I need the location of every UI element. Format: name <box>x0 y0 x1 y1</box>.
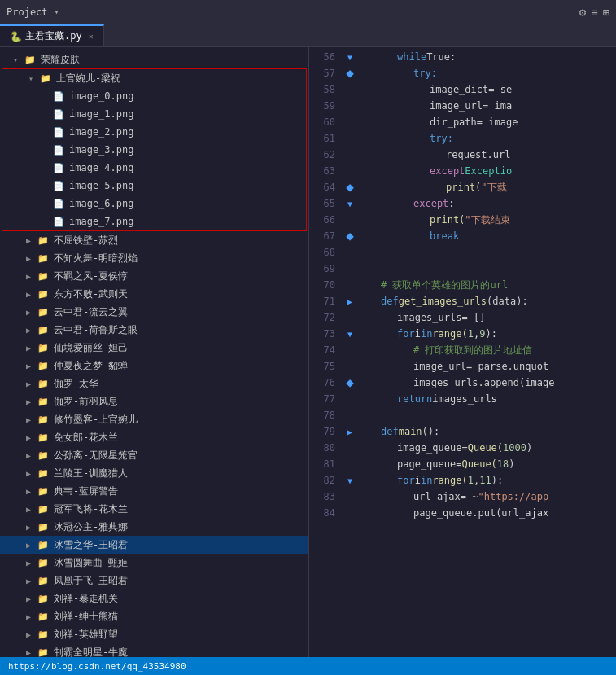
sidebar-item-img1[interactable]: 📄 image_1.png <box>2 105 306 123</box>
status-text: https://blog.csdn.net/qq_43534980 <box>8 661 186 672</box>
sidebar-item-si-yunzhong2[interactable]: ▶ 📁 云中君-荷鲁斯之眼 <box>0 321 308 339</box>
project-sidebar[interactable]: ▾ 📁 荣耀皮肤 ▾ 📁 上官婉儿-梁祝 📄 image_0.png 📄 ima… <box>0 47 309 657</box>
tree-arrow-collapsed: ▶ <box>26 379 37 388</box>
sidebar-item-si-bufeng[interactable]: ▶ 📁 不羁之风-夏侯惇 <box>0 267 308 285</box>
gutter-75 <box>342 358 358 375</box>
code-token: range( <box>432 472 467 489</box>
code-token: True: <box>426 49 456 65</box>
sidebar-folder-label: 公孙离-无限星笼官 <box>54 449 138 462</box>
code-line-64: print("下载 <box>358 179 616 195</box>
settings-icon[interactable]: ⚙ <box>579 6 586 19</box>
folder-icon-c: 📁 <box>37 307 50 318</box>
code-token: try: <box>430 130 453 147</box>
code-line-81: page_queue = Queue(18) <box>358 456 616 472</box>
expand-icon[interactable]: ⊞ <box>603 6 609 19</box>
sidebar-item-si-liubei[interactable]: ▶ 📁 刘禅-英雄野望 <box>0 625 308 643</box>
sidebar-item-shangguanwan[interactable]: ▾ 📁 上官婉儿-梁祝 <box>2 69 306 87</box>
sidebar-item-si-bingxue[interactable]: ▶ 📁 冰雪圆舞曲-甄姬 <box>0 554 308 572</box>
file-icon-2: 📄 <box>53 127 66 138</box>
sidebar-item-si-buqutie[interactable]: ▶ 📁 不屈铁壁-苏烈 <box>0 231 308 249</box>
line-num-58: 58 <box>309 81 335 98</box>
sidebar-item-si-jialuo2[interactable]: ▶ 📁 伽罗-前羽风息 <box>0 392 308 410</box>
code-token: range( <box>432 326 467 342</box>
sidebar-folder-label: 刘禅-绅士熊猫 <box>54 610 118 624</box>
sidebar-item-img6[interactable]: 📄 image_6.png <box>2 195 306 213</box>
code-token: def <box>381 423 399 440</box>
sidebar-item-si-zhiba[interactable]: ▶ 📁 制霸全明星-牛魔 <box>0 643 308 657</box>
sidebar-folder-label: 不屈铁壁-苏烈 <box>54 234 118 248</box>
sidebar-item-si-gongzi[interactable]: ▶ 📁 公孙离-无限星笼官 <box>0 446 308 464</box>
sidebar-item-si-dongfang[interactable]: ▶ 📁 东方不败-武则天 <box>0 285 308 303</box>
code-token: = <box>461 440 467 456</box>
tree-arrow-collapsed: ▶ <box>26 594 37 603</box>
sidebar-item-label-img0: image_0.png <box>69 90 133 102</box>
sidebar-item-si-bingguan[interactable]: ▶ 📁 冰冠公主-雅典娜 <box>0 518 308 536</box>
line-num-62: 62 <box>309 147 335 163</box>
file-icon-4: 📄 <box>53 163 66 173</box>
code-token: i <box>415 326 421 342</box>
sidebar-item-img5[interactable]: 📄 image_5.png <box>2 177 306 195</box>
sidebar-item-si-yunzhong[interactable]: ▶ 📁 云中君-流云之翼 <box>0 303 308 321</box>
sidebar-folder-label: 刘禅-英雄野望 <box>54 628 118 642</box>
code-token: images_urls <box>397 309 461 326</box>
tree-arrow-collapsed: ▶ <box>26 236 37 245</box>
gutter-73: ▼ <box>342 326 358 342</box>
sidebar-item-si-liushen2[interactable]: ▶ 📁 刘禅-绅士熊猫 <box>0 607 308 625</box>
sidebar-folder-label: 伽罗-太华 <box>54 377 98 391</box>
sidebar-item-label: 荣耀皮肤 <box>41 53 80 67</box>
collapsed-folders: ▶ 📁 不屈铁壁-苏烈 ▶ 📁 不知火舞-明暗烈焰 ▶ 📁 不羁之风-夏侯惇 ▶… <box>0 231 308 657</box>
sidebar-folder-label: 典韦-蓝屏警告 <box>54 484 118 498</box>
code-token: # 打印获取到的图片地址信 <box>413 342 532 358</box>
sidebar-item-si-dianwei[interactable]: ▶ 📁 典韦-蓝屏警告 <box>0 482 308 500</box>
code-line-58: image_dict = se <box>358 81 616 98</box>
line-num-72: 72 <box>309 309 335 326</box>
line-num-81: 81 <box>309 456 335 472</box>
code-token: Exceptio <box>465 163 512 179</box>
code-token: request.url <box>446 147 510 163</box>
sidebar-item-si-jialuo[interactable]: ▶ 📁 伽罗-太华 <box>0 375 308 392</box>
gutter-71: ▶ <box>342 293 358 309</box>
sidebar-item-root[interactable]: ▾ 📁 荣耀皮肤 <box>0 50 308 68</box>
code-line-79: def main(): <box>358 423 616 440</box>
sidebar-item-si-bingzhi[interactable]: ▶ 📁 冰雪之华-王昭君 <box>0 536 308 554</box>
sidebar-item-si-zhongxia[interactable]: ▶ 📁 仲夏夜之梦-貂蝉 <box>0 357 308 375</box>
line-num-56: 56 <box>309 49 335 65</box>
code-line-60: dir_path = image <box>358 114 616 130</box>
main-area: ▾ 📁 荣耀皮肤 ▾ 📁 上官婉儿-梁祝 📄 image_0.png 📄 ima… <box>0 47 616 657</box>
sidebar-item-si-xiuzhu[interactable]: ▶ 📁 修竹墨客-上官婉儿 <box>0 410 308 428</box>
sidebar-item-label-img2: image_2.png <box>69 126 133 138</box>
sidebar-item-si-lanjing[interactable]: ▶ 📁 兰陵王-训魔猎人 <box>0 464 308 482</box>
sidebar-item-img3[interactable]: 📄 image_3.png <box>2 141 306 159</box>
sidebar-item-img4[interactable]: 📄 image_4.png <box>2 159 306 177</box>
menu-icon[interactable]: ≡ <box>591 6 597 19</box>
dropdown-arrow[interactable]: ▾ <box>55 7 59 16</box>
sidebar-item-si-xianjing[interactable]: ▶ 📁 仙境爱丽丝-妲己 <box>0 339 308 357</box>
gutter-82: ▼ <box>342 472 358 489</box>
sidebar-item-si-liushen[interactable]: ▶ 📁 刘禅-暴走机关 <box>0 590 308 607</box>
sidebar-item-si-fenghuang[interactable]: ▶ 📁 凤凰于飞-王昭君 <box>0 572 308 590</box>
line-num-84: 84 <box>309 505 335 521</box>
code-token: page_queue <box>397 456 456 472</box>
sidebar-item-img7[interactable]: 📄 image_7.png <box>2 213 306 230</box>
tab-close-icon[interactable]: ✕ <box>89 32 94 41</box>
sidebar-item-si-munu[interactable]: ▶ 📁 免女郎-花木兰 <box>0 428 308 446</box>
code-line-63: except Exceptio <box>358 163 616 179</box>
sidebar-item-img0[interactable]: 📄 image_0.png <box>2 87 306 105</box>
line-num-76: 76 <box>309 375 335 391</box>
tree-arrow-collapsed: ▶ <box>26 290 37 299</box>
gutter-69 <box>342 261 358 277</box>
top-bar: Project ▾ ⚙ ≡ ⊞ <box>0 0 616 24</box>
sidebar-item-si-guanjun[interactable]: ▶ 📁 冠军飞将-花木兰 <box>0 500 308 518</box>
sidebar-item-img2[interactable]: 📄 image_2.png <box>2 123 306 141</box>
tab-python-icon: 🐍 <box>10 31 22 42</box>
tree-arrow-collapsed: ▶ <box>26 648 37 657</box>
tree-arrow-collapsed: ▶ <box>26 254 37 263</box>
tab-main-py[interactable]: 🐍 主君宝藏.py ✕ <box>0 24 104 46</box>
folder-icon-c: 📁 <box>37 468 50 479</box>
gutter-81 <box>342 456 358 472</box>
code-token: in <box>421 326 432 342</box>
sidebar-item-si-buzhihuo[interactable]: ▶ 📁 不知火舞-明暗烈焰 <box>0 249 308 267</box>
code-line-77: return images_urls <box>358 391 616 407</box>
code-token: for <box>397 326 415 342</box>
code-token: i <box>415 472 421 489</box>
